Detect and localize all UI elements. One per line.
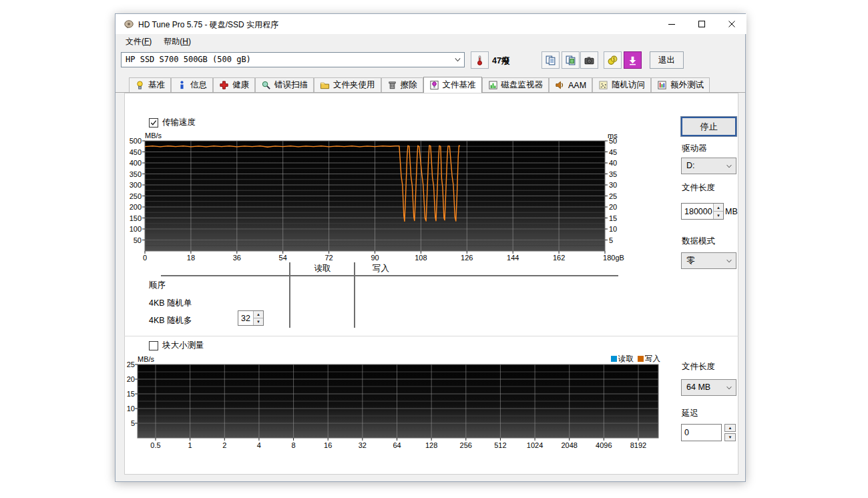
table-divider-read bbox=[289, 262, 290, 328]
tab-label: 文件夹使用 bbox=[333, 79, 375, 91]
copy-text-button[interactable] bbox=[541, 51, 560, 69]
random-access-icon bbox=[598, 80, 608, 90]
queue-depth-value: 32 bbox=[238, 311, 253, 325]
stop-button[interactable]: 停止 bbox=[681, 117, 736, 136]
tab-随机访问[interactable]: 随机访问 bbox=[592, 77, 651, 92]
transfer-speed-checkbox[interactable]: 传输速度 bbox=[149, 117, 196, 128]
svg-text:256: 256 bbox=[460, 441, 472, 449]
svg-text:350: 350 bbox=[130, 170, 142, 178]
svg-text:20: 20 bbox=[127, 375, 135, 383]
error-scan-icon bbox=[261, 80, 271, 90]
device-select[interactable]: HP SSD S700 500GB (500 gB) bbox=[121, 52, 465, 67]
svg-text:0.5: 0.5 bbox=[150, 441, 160, 449]
save-results-button[interactable] bbox=[624, 51, 642, 69]
delay-up-button[interactable]: ▲ bbox=[724, 424, 736, 432]
checkbox-box[interactable] bbox=[149, 341, 158, 350]
svg-text:64: 64 bbox=[393, 441, 401, 449]
block-size-checkbox[interactable]: 块大小测量 bbox=[149, 340, 204, 351]
tab-基准[interactable]: 基准 bbox=[129, 77, 171, 92]
check-icon bbox=[150, 342, 158, 350]
drive-select-value: D: bbox=[686, 161, 695, 170]
file-length-unit: MB bbox=[725, 207, 738, 216]
minimize-button[interactable] bbox=[656, 14, 686, 34]
svg-text:128: 128 bbox=[425, 441, 437, 449]
donate-button[interactable]: $ bbox=[604, 51, 622, 69]
tab-文件基准[interactable]: 文件基准 bbox=[423, 77, 482, 93]
menu-item[interactable]: 文件(F) bbox=[120, 34, 158, 49]
drive-select[interactable]: D: bbox=[681, 158, 736, 174]
table-header-rule bbox=[161, 275, 618, 276]
table-row-label: 4KB 随机多 bbox=[149, 315, 192, 326]
delay-down-button[interactable]: ▼ bbox=[724, 433, 736, 441]
benchmark-icon bbox=[135, 80, 145, 90]
svg-text:150: 150 bbox=[130, 214, 142, 222]
title-bar: HD Tune Pro 5.75 - 硬盘/SSD 实用程序 bbox=[116, 14, 745, 34]
exit-button[interactable]: 退出 bbox=[650, 51, 684, 69]
block-file-length-value: 64 MB bbox=[686, 383, 710, 392]
delay-input[interactable] bbox=[681, 424, 722, 441]
svg-text:MB/s: MB/s bbox=[138, 356, 155, 363]
table-row-label: 4KB 随机单 bbox=[149, 298, 192, 309]
file-length-value: 180000 bbox=[682, 204, 713, 219]
close-button[interactable] bbox=[716, 14, 746, 34]
menu-item[interactable]: 帮助(H) bbox=[158, 34, 197, 49]
svg-text:4: 4 bbox=[257, 441, 261, 449]
erase-icon bbox=[387, 80, 397, 90]
tab-label: 额外测试 bbox=[670, 79, 704, 91]
svg-text:15: 15 bbox=[127, 390, 135, 398]
info-icon bbox=[177, 80, 187, 90]
delay-stepper[interactable]: ▲ ▼ bbox=[724, 424, 736, 441]
chevron-down-icon bbox=[453, 55, 462, 64]
tab-错误扫描[interactable]: 错误扫描 bbox=[255, 77, 314, 92]
extra-tests-icon bbox=[657, 80, 667, 90]
health-icon bbox=[219, 80, 229, 90]
tab-label: 信息 bbox=[190, 79, 207, 91]
tab-健康[interactable]: 健康 bbox=[213, 77, 255, 92]
queue-depth-down-button[interactable]: ▼ bbox=[254, 318, 263, 325]
file-length-stepper[interactable]: 180000 ▲ ▼ bbox=[681, 203, 724, 220]
column-header-write: 写入 bbox=[373, 263, 413, 274]
checkbox-box[interactable] bbox=[149, 118, 158, 128]
svg-text:1024: 1024 bbox=[527, 441, 543, 449]
svg-text:MB/s: MB/s bbox=[145, 132, 162, 140]
chevron-down-icon bbox=[725, 257, 733, 265]
file-length-up-button[interactable]: ▲ bbox=[714, 204, 723, 211]
svg-text:50: 50 bbox=[134, 236, 142, 244]
tab-擦除[interactable]: 擦除 bbox=[381, 77, 423, 92]
queue-depth-up-button[interactable]: ▲ bbox=[254, 311, 263, 318]
svg-text:35: 35 bbox=[609, 170, 617, 178]
svg-text:8: 8 bbox=[292, 441, 296, 449]
drive-label: 驱动器 bbox=[682, 143, 707, 154]
aam-icon bbox=[555, 80, 565, 90]
copy-image-button[interactable] bbox=[562, 51, 580, 69]
table-row-label: 顺序 bbox=[149, 280, 166, 291]
block-file-length-select[interactable]: 64 MB bbox=[681, 379, 736, 396]
svg-text:25: 25 bbox=[609, 192, 617, 200]
transfer-speed-label: 传输速度 bbox=[162, 117, 196, 128]
data-mode-select[interactable]: 零 bbox=[681, 252, 736, 269]
tab-label: 擦除 bbox=[401, 79, 417, 91]
file-length-down-button[interactable]: ▼ bbox=[714, 211, 723, 219]
tab-磁盘监视器[interactable]: 磁盘监视器 bbox=[482, 77, 550, 92]
queue-depth-stepper[interactable]: 32 ▲ ▼ bbox=[238, 310, 264, 326]
svg-text:8192: 8192 bbox=[630, 441, 646, 449]
donate-icon: $ bbox=[607, 55, 618, 66]
svg-text:162: 162 bbox=[553, 254, 565, 262]
temperature-value: 47癈 bbox=[492, 55, 509, 67]
maximize-button[interactable] bbox=[686, 14, 716, 34]
svg-text:0: 0 bbox=[143, 254, 147, 262]
column-header-read: 读取 bbox=[302, 263, 343, 274]
tab-AAM[interactable]: AAM bbox=[549, 77, 592, 92]
svg-text:512: 512 bbox=[494, 441, 506, 449]
tab-信息[interactable]: 信息 bbox=[171, 77, 213, 92]
tab-文件夹使用[interactable]: 文件夹使用 bbox=[314, 77, 381, 92]
tab-额外测试[interactable]: 额外测试 bbox=[651, 77, 710, 92]
temperature-button[interactable] bbox=[471, 51, 489, 69]
svg-text:15: 15 bbox=[609, 214, 617, 222]
tab-bar: 基准 信息 健康 错误扫描 文件夹使用 擦除 文件基准 磁盘监视器 AAM 随机… bbox=[116, 77, 745, 93]
svg-text:500: 500 bbox=[130, 137, 142, 145]
svg-text:32: 32 bbox=[359, 441, 367, 449]
chevron-down-icon bbox=[725, 384, 733, 392]
screenshot-button[interactable] bbox=[580, 51, 598, 69]
camera-icon bbox=[584, 55, 595, 66]
